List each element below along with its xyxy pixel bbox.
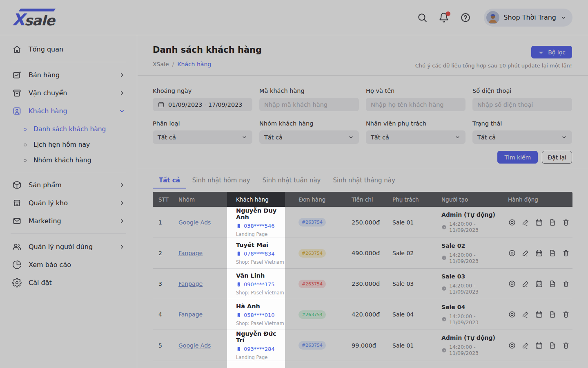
date-range-picker[interactable]: 01/09/2023 - 17/09/2023 <box>153 98 252 111</box>
breadcrumb-current[interactable]: Khách hàng <box>177 61 211 67</box>
note-button[interactable] <box>548 249 557 257</box>
filter-toggle-button[interactable]: Bộ lọc <box>531 46 572 58</box>
category-select[interactable]: Tất cả <box>153 130 252 144</box>
sidebar-item-van-chuyen[interactable]: Vận chuyển <box>0 84 137 102</box>
schedule-button[interactable] <box>535 280 543 288</box>
pie-chart-icon <box>12 260 22 269</box>
page-title: Danh sách khách hàng <box>153 45 262 55</box>
group-link[interactable]: Fanpage <box>178 250 203 256</box>
tab-sinh-nhat-hom-nay[interactable]: Sinh nhật hôm nay <box>186 177 256 188</box>
group-link[interactable]: Google Ads <box>178 342 211 349</box>
sidebar-item-khach-hang[interactable]: Khách hàng <box>0 102 137 120</box>
sidebar-item-tong-quan[interactable]: Tổng quan <box>0 40 137 58</box>
column-header-stt: STT <box>153 192 173 207</box>
edit-button[interactable] <box>521 280 530 288</box>
group-link[interactable]: Google Ads <box>178 219 211 226</box>
notifications-button[interactable] <box>439 12 449 23</box>
search-button[interactable] <box>417 12 428 23</box>
search-submit-button[interactable]: Tìm kiếm <box>497 151 538 164</box>
full-name-input[interactable] <box>366 98 466 111</box>
view-button[interactable] <box>508 280 516 288</box>
filter-grid: Khoảng ngày 01/09/2023 - 17/09/2023 Mã k… <box>153 88 572 144</box>
edit-button[interactable] <box>521 218 530 227</box>
bullet-icon <box>24 144 27 146</box>
delete-button[interactable] <box>562 310 570 319</box>
filter-label: Mã khách hàng <box>259 88 359 94</box>
search-icon <box>417 12 428 23</box>
note-button[interactable] <box>548 218 557 227</box>
schedule-button[interactable] <box>535 249 543 257</box>
edit-button[interactable] <box>521 310 530 319</box>
customer-phone[interactable]: 093****284 <box>236 346 285 352</box>
chevron-right-icon <box>118 200 125 206</box>
list-tabs: Tất cả Sinh nhật hôm nay Sinh nhật tuần … <box>138 169 588 188</box>
order-badge[interactable]: #263754 <box>298 218 326 227</box>
help-button[interactable] <box>460 12 471 23</box>
sidebar-subitem-lich-hen-hom-nay[interactable]: Lịch hẹn hôm nay <box>0 137 137 153</box>
order-badge[interactable]: #263754 <box>298 341 326 350</box>
sidebar-subitem-nhom-khach-hang[interactable]: Nhóm khách hàng <box>0 153 137 168</box>
order-badge[interactable]: #263754 <box>298 249 326 258</box>
row-actions <box>508 310 572 319</box>
phone-number-input[interactable] <box>472 98 572 111</box>
tab-sinh-nhat-tuan-nay[interactable]: Sinh nhật tuần này <box>256 177 327 188</box>
edit-button[interactable] <box>521 341 530 350</box>
breadcrumb: XSale / Khách hàng <box>153 61 211 67</box>
note-button[interactable] <box>548 280 557 288</box>
sidebar-item-marketing[interactable]: Marketing <box>0 212 137 230</box>
file-icon <box>548 310 557 319</box>
assignee-select[interactable]: Tất cả <box>366 130 466 144</box>
view-button[interactable] <box>508 249 516 257</box>
chevron-down-icon <box>118 108 125 114</box>
creator-time: 14:20:00 - 11/09/2023 <box>441 344 503 356</box>
note-button[interactable] <box>548 310 557 319</box>
view-button[interactable] <box>508 218 516 227</box>
column-header-khach-hang: Khách hàng <box>227 192 285 207</box>
customer-group-select[interactable]: Tất cả <box>259 130 359 144</box>
breadcrumb-root[interactable]: XSale <box>153 61 169 67</box>
delete-button[interactable] <box>562 341 570 350</box>
bullet-icon <box>24 128 27 131</box>
user-menu[interactable]: Shop Thời Trang <box>484 9 572 27</box>
customer-table: STT Nhóm Khách hàng Đơn hàng Tiền chi Ph… <box>153 192 572 368</box>
phone-icon <box>236 312 241 318</box>
column-header-nguoi-tao: Người tạo <box>430 192 504 207</box>
sidebar-item-xem-bao-cao[interactable]: Xem báo cáo <box>0 256 137 274</box>
customer-phone[interactable]: 038****546 <box>236 223 285 229</box>
customer-cell: Vân Linh 090****175 Shop: Pasel Vietnam <box>227 269 285 299</box>
filter-label: Số điện thoại <box>472 88 572 94</box>
reset-button[interactable]: Đặt lại <box>542 151 572 164</box>
group-link[interactable]: Fanpage <box>178 280 203 287</box>
sidebar-item-san-pham[interactable]: Sản phẩm <box>0 176 137 194</box>
tab-tat-ca[interactable]: Tất cả <box>153 177 186 188</box>
schedule-button[interactable] <box>535 218 543 227</box>
sidebar-item-quan-ly-kho[interactable]: Quản lý kho <box>0 194 137 212</box>
customer-phone[interactable]: 058****010 <box>236 312 285 318</box>
delete-button[interactable] <box>562 249 570 257</box>
customer-phone[interactable]: 090****175 <box>236 281 285 287</box>
app-logo[interactable]: Xsale <box>12 6 55 29</box>
delete-button[interactable] <box>562 280 570 288</box>
sidebar-item-quan-ly-nguoi-dung[interactable]: Quản lý người dùng <box>0 238 137 256</box>
sidebar-subitem-label: Danh sách khách hàng <box>33 126 106 133</box>
customer-code-input[interactable] <box>259 98 359 111</box>
sidebar-subitem-danh-sach-khach-hang[interactable]: Danh sách khách hàng <box>0 121 137 137</box>
filter-button-label: Bộ lọc <box>548 49 566 56</box>
order-badge[interactable]: #263754 <box>298 280 326 288</box>
filter-label: Nhân viên phụ trách <box>366 120 466 127</box>
customer-phone[interactable]: 078****834 <box>236 251 285 257</box>
schedule-button[interactable] <box>535 341 543 350</box>
sidebar-item-ban-hang[interactable]: Bán hàng <box>0 66 137 84</box>
order-badge[interactable]: #263754 <box>298 310 326 319</box>
delete-button[interactable] <box>562 218 570 227</box>
tab-sinh-nhat-thang-nay[interactable]: Sinh nhật tháng này <box>327 177 401 188</box>
status-select[interactable]: Tất cả <box>472 130 572 144</box>
note-button[interactable] <box>548 341 557 350</box>
group-link[interactable]: Fanpage <box>178 311 203 318</box>
view-button[interactable] <box>508 341 516 350</box>
edit-button[interactable] <box>521 249 530 257</box>
schedule-button[interactable] <box>535 310 543 319</box>
row-index: 5 <box>153 330 173 361</box>
sidebar-item-cai-dat[interactable]: Cài đặt <box>0 274 137 292</box>
view-button[interactable] <box>508 310 516 319</box>
